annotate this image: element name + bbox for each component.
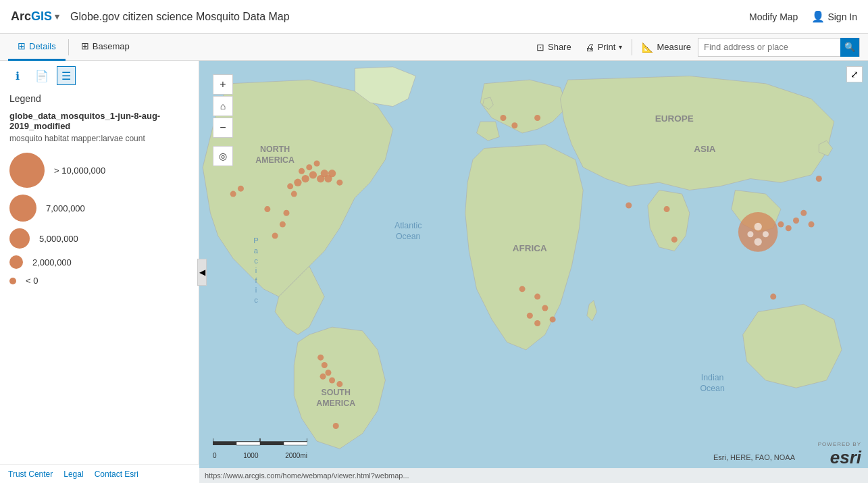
svg-rect-73 [213,442,236,445]
legend-label: 2,000,000 [32,257,72,268]
svg-point-40 [325,370,331,376]
svg-text:a: a [254,247,259,255]
svg-point-35 [336,180,342,186]
legend-circle [9,278,16,284]
svg-text:c: c [254,296,258,304]
search-button[interactable]: 🔍 [840,38,859,57]
svg-point-68 [816,176,822,182]
basemap-tab-icon: ⊞ [81,41,89,51]
svg-point-67 [770,294,776,300]
footer: Trust Center Legal Contact Esri [0,464,199,483]
zoom-out-button[interactable]: − [213,118,233,138]
svg-point-31 [284,210,290,216]
svg-point-45 [500,115,506,121]
zoom-in-icon: + [220,78,226,91]
sidebar-tabs: ℹ 📄 ☰ [0,61,199,85]
svg-point-49 [534,294,540,300]
sidebar-tab-legend[interactable]: ☰ [57,66,76,85]
svg-point-66 [809,222,815,228]
sidebar-tab-info[interactable]: ℹ [8,66,27,85]
svg-point-36 [230,191,236,197]
modify-map-button[interactable]: Modify Map [749,11,798,22]
svg-point-54 [626,202,632,208]
svg-text:NORTH: NORTH [260,145,290,154]
home-icon: ⌂ [220,101,226,111]
tab-basemap[interactable]: ⊞ Basemap [72,34,139,61]
svg-point-39 [322,362,328,368]
scale-bar-svg [213,435,307,449]
svg-point-52 [534,320,540,326]
home-button[interactable]: ⌂ [213,96,233,116]
fullscreen-button[interactable]: ⤢ [846,66,863,82]
svg-point-43 [336,381,342,387]
legend-label: > 10,000,000 [54,166,105,176]
sidebar-tab-details[interactable]: 📄 [32,66,51,85]
legal-link[interactable]: Legal [63,469,83,479]
svg-point-27 [306,164,312,170]
arcgis-logo[interactable]: ArcGIS ▾ [11,9,59,24]
svg-point-63 [786,225,792,231]
scale-bar: 0 1000 2000mi [213,435,307,459]
trust-center-link[interactable]: Trust Center [8,469,53,479]
svg-rect-75 [260,442,284,445]
legend-circle [9,228,30,249]
legend-item: 5,000,000 [9,228,189,249]
contact-esri-link[interactable]: Contact Esri [95,469,138,479]
details-tab-icon: ⊞ [18,41,26,51]
search-icon: 🔍 [844,42,855,52]
svg-point-56 [671,236,678,243]
svg-point-47 [511,122,517,128]
sign-in-button[interactable]: 👤 Sign In [811,10,857,23]
measure-button[interactable]: 📐 Measure [635,34,698,61]
esri-logo: POWERED BY esri [818,441,861,466]
svg-point-50 [542,305,548,311]
svg-point-41 [320,374,326,380]
print-button[interactable]: 🖨 Print ▾ [578,34,630,61]
zoom-in-button[interactable]: + [213,74,233,95]
svg-text:Ocean: Ocean [700,384,725,393]
toolbar: ⊞ Details ⊞ Basemap ⊡ Share 🖨 Print ▾ 📐 … [0,34,868,61]
sidebar-content: Legend globe_data_mosquitos_1-jun-8-aug-… [0,85,199,483]
toolbar-separator [632,39,632,55]
legend-circle [9,255,23,269]
svg-rect-74 [236,442,260,445]
print-dropdown-arrow: ▾ [619,43,622,51]
svg-point-28 [314,161,320,167]
svg-point-34 [264,206,270,212]
svg-point-62 [777,222,784,228]
svg-point-33 [272,233,278,239]
layer-description: mosquito habitat mapper:larvae count [9,134,189,143]
svg-point-42 [329,377,335,383]
collapse-icon: ◀ [199,268,205,277]
svg-point-19 [294,179,301,186]
svg-text:P: P [253,236,259,245]
details-list-icon: 📄 [35,70,49,82]
share-button[interactable]: ⊡ Share [530,34,578,61]
arcgis-dropdown-arrow[interactable]: ▾ [55,11,59,22]
legend-label: 5,000,000 [39,234,78,244]
map-attribution: Esri, HERE, FAO, NOAA [713,453,795,461]
header-actions: Modify Map 👤 Sign In [749,10,857,23]
legend-item: < 0 [9,276,189,286]
tab-details[interactable]: ⊞ Details [8,34,66,61]
svg-point-44 [333,423,339,429]
info-icon: ℹ [16,70,20,82]
map-area[interactable]: Atlantic Ocean P a c i f i c Indian Ocea… [199,61,868,483]
svg-rect-76 [284,442,307,445]
fullscreen-icon: ⤢ [850,69,859,80]
sidebar-collapse-button[interactable]: ◀ [197,259,207,286]
gps-button[interactable]: ◎ [213,146,233,166]
svg-point-32 [280,222,286,228]
search-input[interactable] [698,39,840,56]
svg-point-58 [755,223,762,230]
svg-point-64 [793,218,799,224]
user-icon: 👤 [811,10,825,23]
legend-label: < 0 [26,276,38,286]
scale-label-2: 2000mi [285,452,307,459]
legend-items: > 10,000,0007,000,0005,000,0002,000,000<… [9,153,189,286]
svg-text:i: i [255,286,257,294]
svg-text:AFRICA: AFRICA [513,243,547,253]
svg-point-48 [519,286,526,292]
zoom-out-icon: − [220,122,226,134]
legend-title: Legend [9,93,189,104]
